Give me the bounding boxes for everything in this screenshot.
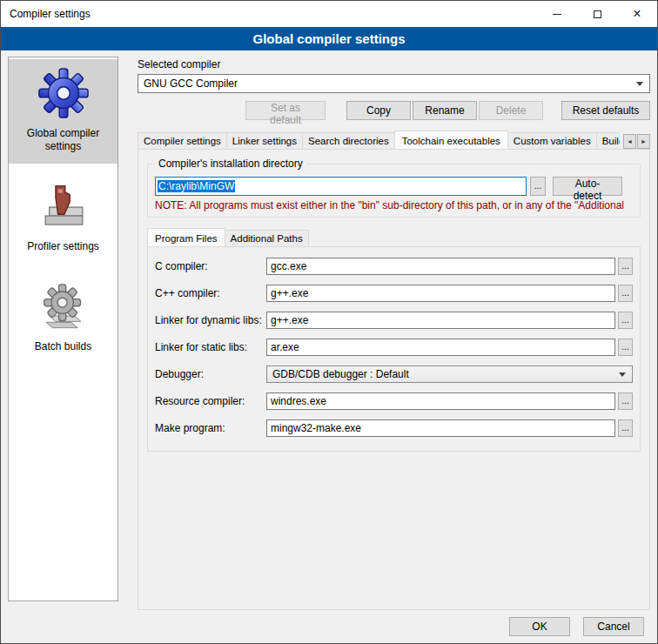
batch-builds-gear-icon — [38, 283, 89, 333]
form-row-cpp-compiler: C++ compiler: ... — [155, 285, 633, 302]
browse-directory-button[interactable]: ... — [530, 177, 546, 196]
selected-compiler-value: GNU GCC Compiler — [144, 77, 238, 90]
browse-c-compiler-button[interactable]: ... — [618, 258, 633, 275]
close-button[interactable]: × — [617, 1, 657, 27]
form-row-c-compiler: C compiler: ... — [155, 258, 633, 275]
browse-static-linker-button[interactable]: ... — [618, 339, 633, 356]
compiler-settings-dialog: Compiler settings × Global compiler sett… — [0, 0, 658, 644]
maximize-button[interactable] — [577, 1, 617, 27]
form-row-resource-compiler: Resource compiler: ... — [155, 392, 633, 410]
form-row-make-program: Make program: ... — [155, 419, 633, 437]
profiler-tool-icon — [38, 183, 89, 233]
sidebar-item-label: Batch builds — [35, 340, 91, 353]
selected-compiler-label: Selected compiler — [138, 58, 650, 70]
installation-directory-group: Compiler's installation directory C:\ray… — [147, 164, 641, 218]
ok-button[interactable]: OK — [509, 617, 570, 636]
bin-subdirectory-note: NOTE: All programs must exist either in … — [155, 199, 633, 211]
tab-compiler-settings[interactable]: Compiler settings — [138, 132, 227, 149]
form-row-dynamic-linker: Linker for dynamic libs: ... — [155, 312, 633, 329]
close-icon: × — [633, 7, 641, 21]
window-controls: × — [537, 1, 657, 27]
sidebar-item-label: Global compiler settings — [10, 127, 116, 153]
dialog-banner-title: Global compiler settings — [1, 27, 657, 50]
selected-compiler-dropdown[interactable]: GNU GCC Compiler — [138, 74, 650, 93]
sidebar-item-profiler-settings[interactable]: Profiler settings — [9, 176, 118, 264]
tab-build-options[interactable]: Build — [596, 132, 620, 149]
form-row-static-linker: Linker for static libs: ... — [155, 339, 633, 356]
set-as-default-button: Set as default — [245, 101, 326, 120]
tab-search-directories[interactable]: Search directories — [302, 132, 395, 149]
maximize-icon — [594, 10, 601, 18]
debugger-label: Debugger: — [155, 368, 266, 380]
delete-button: Delete — [479, 101, 543, 120]
static-linker-label: Linker for static libs: — [155, 341, 266, 353]
tabs-scroll-area: Compiler settings Linker settings Search… — [138, 131, 620, 149]
dialog-footer-buttons: OK Cancel — [509, 617, 644, 636]
reset-defaults-button[interactable]: Reset defaults — [561, 101, 650, 120]
dynamic-linker-label: Linker for dynamic libs: — [155, 314, 266, 326]
tab-scroll-buttons: ◄ ► — [623, 134, 650, 149]
settings-category-sidebar: Global compiler settings Profiler settin… — [8, 57, 118, 601]
installation-directory-group-title: Compiler's installation directory — [155, 158, 306, 170]
resource-compiler-label: Resource compiler: — [155, 395, 266, 407]
copy-button[interactable]: Copy — [346, 101, 411, 120]
toolchain-executables-panel: Compiler's installation directory C:\ray… — [138, 149, 650, 610]
static-linker-input[interactable] — [266, 339, 615, 356]
chevron-down-icon — [636, 82, 643, 86]
rename-button[interactable]: Rename — [413, 101, 477, 120]
minimize-button[interactable] — [537, 1, 577, 27]
program-files-subtab-strip: Program Files Additional Paths — [147, 228, 641, 246]
sidebar-item-batch-builds[interactable]: Batch builds — [9, 276, 118, 364]
titlebar: Compiler settings × — [1, 1, 657, 27]
subtab-additional-paths[interactable]: Additional Paths — [225, 230, 309, 246]
c-compiler-label: C compiler: — [155, 260, 266, 272]
tab-toolchain-executables[interactable]: Toolchain executables — [394, 131, 508, 149]
program-files-panel: C compiler: ... C++ compiler: ... Linker… — [147, 246, 641, 452]
make-program-label: Make program: — [155, 422, 266, 434]
installation-directory-input[interactable]: C:\raylib\MinGW — [155, 177, 527, 196]
c-compiler-input[interactable] — [266, 258, 615, 275]
subtab-program-files[interactable]: Program Files — [147, 228, 225, 246]
make-program-input[interactable] — [266, 419, 615, 437]
window-title: Compiler settings — [1, 8, 91, 20]
arrow-left-icon: ◄ — [627, 138, 633, 144]
settings-tab-strip: Compiler settings Linker settings Search… — [138, 131, 650, 149]
main-settings-area: Selected compiler GNU GCC Compiler Set a… — [138, 58, 650, 610]
arrow-right-icon: ► — [641, 138, 647, 144]
sidebar-item-label: Profiler settings — [27, 240, 99, 253]
cpp-compiler-label: C++ compiler: — [155, 287, 266, 299]
cancel-button[interactable]: Cancel — [583, 617, 644, 636]
form-row-debugger: Debugger: GDB/CDB debugger : Default — [155, 366, 633, 383]
tab-linker-settings[interactable]: Linker settings — [226, 132, 303, 149]
debugger-dropdown[interactable]: GDB/CDB debugger : Default — [266, 366, 633, 383]
installation-directory-row: C:\raylib\MinGW ... Auto-detect — [155, 177, 633, 196]
chevron-down-icon — [619, 372, 626, 377]
browse-resource-compiler-button[interactable]: ... — [618, 392, 633, 410]
tab-custom-variables[interactable]: Custom variables — [507, 132, 597, 149]
tab-scroll-left-button[interactable]: ◄ — [623, 134, 636, 149]
sidebar-item-global-compiler-settings[interactable]: Global compiler settings — [9, 59, 118, 164]
browse-cpp-compiler-button[interactable]: ... — [618, 285, 633, 302]
minimize-icon — [553, 14, 561, 15]
browse-make-program-button[interactable]: ... — [618, 419, 633, 437]
compiler-actions-row: Set as default Copy Rename Delete Reset … — [138, 101, 650, 120]
global-compiler-gear-icon — [37, 66, 91, 120]
dynamic-linker-input[interactable] — [266, 312, 615, 329]
auto-detect-button[interactable]: Auto-detect — [553, 177, 622, 196]
installation-directory-value: C:\raylib\MinGW — [158, 180, 235, 192]
cpp-compiler-input[interactable] — [266, 285, 615, 302]
browse-dynamic-linker-button[interactable]: ... — [618, 312, 633, 329]
tab-scroll-right-button[interactable]: ► — [637, 134, 650, 149]
resource-compiler-input[interactable] — [266, 392, 615, 410]
debugger-value: GDB/CDB debugger : Default — [272, 368, 409, 380]
